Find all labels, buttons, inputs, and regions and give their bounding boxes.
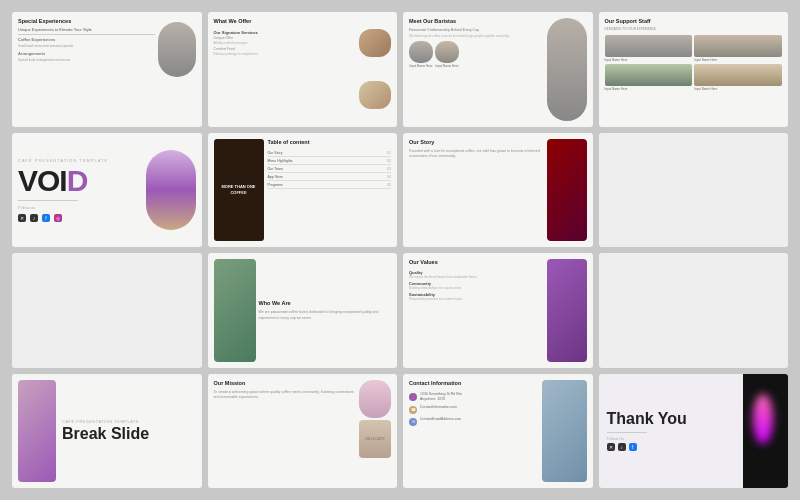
slide-table-content: MORE THAN ONE COFFEE Table of content Ou… [208,133,398,248]
contact-email: ✉ ContactEmailAddress.com [409,417,539,426]
slide-2-image-top [359,29,391,57]
support-person-2: Input Name Here [694,35,782,62]
tiktok-icon: ♪ [30,214,38,222]
slide-empty-8 [599,133,789,248]
void-title: VOID [18,166,142,196]
slide-10-body: We are passionate coffee lovers dedicate… [259,310,392,321]
slide-2-title: What We Offer [214,18,357,25]
toc-row-1: Our Story 01 [268,149,392,157]
support-person-1: Input Name Here [605,35,693,62]
break-image [18,380,56,483]
slide-2-image-bottom [359,81,391,109]
twitter-icon: ✕ [18,214,26,222]
instagram-icon: ◎ [54,214,62,222]
support-1-img [605,35,693,57]
support-person-3: Input Name Here [605,64,693,91]
thankyou-social: ✕ ♪ f [607,443,736,451]
slide-14-image-bottom: DELICATE [359,420,391,458]
thankyou-tiktok-icon: ♪ [618,443,626,451]
slide-4-title: Our Support Staff [605,18,783,25]
slide-1-image [158,22,196,77]
slide-7-title: Our Story [409,139,544,146]
contact-address: 📍 1234 Something St Rd ElmAnywhere, 2670 [409,392,539,402]
void-divider [18,200,78,201]
value-2-desc: Building relationships one cup at a time… [409,286,544,290]
slide-15-title: Contact Information [409,380,539,387]
toc-content: Table of content Our Story 01 Menu Highl… [268,139,392,242]
slide-thank-you: Thank You Follow Us ✕ ♪ f [599,374,789,489]
slide-grid: Special Experiences Unique Experiences t… [12,12,788,488]
slide-14-title: Our Mission [214,380,357,387]
slide-3-title: Meet Our Baristas [409,18,544,25]
support-person-4: Input Name Here [694,64,782,91]
barista-1-name: Input Name Here [410,64,433,68]
barista-1-img [409,41,433,63]
thankyou-divider [607,432,647,433]
contact-phone: ☎ ContactInformation.com [409,405,539,414]
break-title: Break Slide [62,426,196,442]
slide-support-staff: Our Support Staff DEDICATED TO YOUR EXPE… [599,12,789,127]
thankyou-neon-image [743,374,788,489]
toc-row-3: Our Team 03 [268,165,392,173]
toc-row-5: Programs 05 [268,181,392,189]
slide-10-title: Who We Are [259,300,392,307]
slide-our-values: Our Values Quality We source the finest … [403,253,593,368]
thankyou-title: Thank You [607,410,736,428]
support-4-name: Input Name Here [694,87,782,91]
slide-10-image [214,259,256,362]
slide-1-body: Coffee Experiences Small-batch brews and… [18,37,155,62]
slide-3-body: Passionate Craftsmanship Behind Every Cu… [409,28,544,33]
coffee-text: MORE THAN ONE COFFEE [214,184,264,195]
slide-11-title: Our Values [409,259,544,266]
slide-1-subtitle: Unique Experiences to Elevate Your Style [18,27,155,32]
social-icons: ✕ ♪ f ◎ [18,214,142,222]
values-list: Quality We source the finest beans from … [409,270,544,303]
slide-special-experiences: Special Experiences Unique Experiences t… [12,12,202,127]
void-image [146,150,196,230]
slide-3-main-image [547,18,587,121]
barista-2-img [435,41,459,63]
toc-row-4: App Store 04 [268,173,392,181]
facebook-icon: f [42,214,50,222]
slide-15-image [542,380,587,483]
void-label: CAFÉ PRESENTATION TEMPLATE [18,158,142,163]
slide-meet-baristas: Meet Our Baristas Passionate Craftsmansh… [403,12,593,127]
toc-row-2: Menu Highlights 02 [268,157,392,165]
slide-who-we-are: Who We Are We are passionate coffee love… [208,253,398,368]
slide-contact: Contact Information 📍 1234 Something St … [403,374,593,489]
slide-1-title: Special Experiences [18,18,155,25]
support-3-img [605,64,693,86]
slide-14-image-top [359,380,391,418]
phone-icon: ☎ [409,406,417,414]
value-1-desc: We source the finest beans from sustaina… [409,275,544,279]
thankyou-twitter-icon: ✕ [607,443,615,451]
slide-14-body: To create a welcoming space where qualit… [214,390,357,401]
support-3-name: Input Name Here [605,87,693,91]
support-2-img [694,35,782,57]
slide-void-cover: CAFÉ PRESENTATION TEMPLATE VOID Follow u… [12,133,202,248]
slide-7-body: Founded with a love for exceptional coff… [409,149,544,160]
slide-empty-12 [599,253,789,368]
toc-image: MORE THAN ONE COFFEE [214,139,264,242]
barista-row: Input Name Here Input Name Here [409,41,544,68]
slide-break: CAFÉ PRESENTATION TEMPLATE Break Slide [12,374,202,489]
barista-2-name: Input Name Here [436,64,459,68]
support-4-img [694,64,782,86]
email-icon: ✉ [409,418,417,426]
break-label: CAFÉ PRESENTATION TEMPLATE [62,419,196,424]
support-1-name: Input Name Here [605,58,693,62]
slide-our-story: Our Story Founded with a love for except… [403,133,593,248]
slide-6-title: Table of content [268,139,392,146]
thankyou-facebook-icon: f [629,443,637,451]
slide-what-we-offer: What We Offer Our Signature Services Uni… [208,12,398,127]
follow-label-ty: Follow Us [607,436,736,441]
slide-4-subtitle: DEDICATED TO YOUR EXPERIENCE [605,27,783,31]
follow-label: Follow us [18,205,142,210]
location-icon: 📍 [409,393,417,401]
value-3-desc: Responsible practices for a better futur… [409,297,544,301]
slide-7-image [547,139,587,242]
slide-our-mission: Our Mission To create a welcoming space … [208,374,398,489]
neon-glow [753,394,773,444]
support-grid: Input Name Here Input Name Here Input Na… [605,35,783,91]
slide-empty-9 [12,253,202,368]
